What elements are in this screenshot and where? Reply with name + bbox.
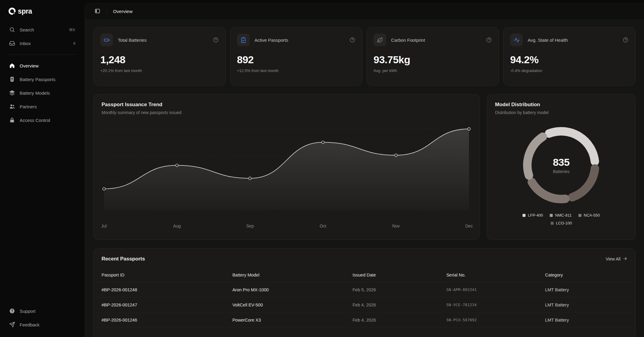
sidebar-item-label: Partners xyxy=(20,104,37,109)
column-header-passport-id: Passport ID xyxy=(102,273,232,277)
brand-name: spra xyxy=(18,7,32,15)
sidebar-divider xyxy=(7,54,78,55)
table-row[interactable]: #BP-2026-001246PowerCore X3Feb 4, 2026SN… xyxy=(94,312,635,328)
donut-segment-lco-100[interactable] xyxy=(572,168,595,197)
svg-text:Oct: Oct xyxy=(320,224,326,228)
cell-issued-date: Feb 5, 2026 xyxy=(353,287,446,292)
stat-title: Total Batteries xyxy=(118,38,147,43)
ospra-logo-icon xyxy=(8,7,17,16)
users-icon xyxy=(9,103,15,110)
sidebar-search-label: Search xyxy=(20,27,34,32)
cell-passport-id: #BP-2026-001248 xyxy=(102,287,232,292)
battery-icon xyxy=(104,37,110,43)
content-area: Total Batteries1,248+20.1% from last mon… xyxy=(85,20,644,337)
table-row[interactable]: #BP-2026-001247VoltCell EV-500Feb 4, 202… xyxy=(94,297,635,312)
help-button[interactable] xyxy=(213,37,219,43)
home-icon xyxy=(9,63,15,69)
legend-label: NCA-550 xyxy=(584,213,600,218)
legend-swatch xyxy=(550,214,553,217)
stat-subtext: Avg. per kWh xyxy=(374,68,492,73)
sidebar-item-battery-passports[interactable]: Battery Passports xyxy=(6,73,79,85)
sidebar-nav: OverviewBattery PassportsBattery ModelsP… xyxy=(6,60,79,128)
charts-row: Passport Issuance Trend Monthly summary … xyxy=(93,94,636,240)
legend-item-nmc-811[interactable]: NMC-811 xyxy=(550,213,572,218)
sidebar-item-overview[interactable]: Overview xyxy=(6,60,79,72)
passport-issuance-trend-chart[interactable]: JulAugSepOctNovDec xyxy=(102,124,471,231)
stat-icon-box xyxy=(510,34,523,46)
legend-label: LFP-400 xyxy=(528,213,543,218)
model-distribution-chart[interactable]: 835 Batteries xyxy=(516,120,607,211)
cell-battery-model: PowerCore X3 xyxy=(232,318,353,322)
sidebar-toggle-button[interactable] xyxy=(93,7,102,16)
legend-swatch xyxy=(523,214,526,217)
topbar: Overview xyxy=(85,3,644,20)
cell-category: LMT Battery xyxy=(545,318,627,322)
inbox-badge: 6 xyxy=(73,41,76,46)
help-button[interactable] xyxy=(486,37,492,43)
column-header-serial-no-: Serial No. xyxy=(446,273,545,277)
table-row[interactable]: #BP-2026-001248Aron Pro MX-1000Feb 5, 20… xyxy=(94,282,635,297)
svg-text:Aug: Aug xyxy=(173,224,181,228)
column-header-issued-date: Issued Date xyxy=(353,273,446,277)
svg-text:Dec: Dec xyxy=(465,224,473,228)
table-header-row: Passport IDBattery ModelIssued DateSeria… xyxy=(94,268,635,282)
sidebar-item-label: Battery Models xyxy=(20,90,50,96)
donut-segment-lfp-400[interactable] xyxy=(549,131,595,162)
help-button[interactable] xyxy=(349,37,355,43)
sidebar-item-label: Feedback xyxy=(20,322,40,327)
stat-subtext: +20.1% from last month xyxy=(100,68,219,73)
sidebar-item-inbox[interactable]: Inbox 6 xyxy=(6,37,79,49)
cell-passport-id: #BP-2026-001247 xyxy=(102,303,232,307)
view-all-label: View All xyxy=(606,257,620,261)
sidebar-item-support[interactable]: Support xyxy=(6,305,79,317)
search-icon xyxy=(9,27,15,33)
sidebar-item-access-control[interactable]: Access Control xyxy=(6,114,79,126)
legend-item-lfp-400[interactable]: LFP-400 xyxy=(523,213,543,218)
stat-title: Carbon Footprint xyxy=(391,38,425,43)
svg-text:Nov: Nov xyxy=(392,224,400,228)
legend-label: LCO-100 xyxy=(556,221,572,225)
sidebar-item-feedback[interactable]: Feedback xyxy=(6,319,79,331)
search-shortcut: ⌘K xyxy=(69,28,76,32)
distribution-card: Model Distribution Distribution by batte… xyxy=(487,94,636,240)
stat-value: 892 xyxy=(237,54,355,66)
view-all-link[interactable]: View All xyxy=(606,256,627,262)
donut-ring xyxy=(516,120,607,211)
sidebar-footer: SupportFeedback xyxy=(6,305,79,332)
donut-segment-nmc-811[interactable] xyxy=(527,137,543,175)
legend-swatch xyxy=(578,214,581,217)
passport-icon xyxy=(9,76,15,82)
arrow-right-icon xyxy=(623,256,627,262)
legend-item-nca-550[interactable]: NCA-550 xyxy=(578,213,600,218)
donut-segment-nca-550[interactable] xyxy=(532,182,565,199)
sidebar-item-partners[interactable]: Partners xyxy=(6,100,79,113)
stat-icon-box xyxy=(237,34,250,46)
cell-serial-no: SN-VCE-781234 xyxy=(446,303,545,307)
stat-card-header: Total Batteries xyxy=(100,34,219,46)
sidebar-inbox-label: Inbox xyxy=(20,41,31,46)
table-top: Recent Passports View All xyxy=(94,256,635,262)
stat-card-total-batteries: Total Batteries1,248+20.1% from last mon… xyxy=(93,27,226,86)
cell-issued-date: Feb 4, 2026 xyxy=(353,318,446,322)
sidebar-item-label: Access Control xyxy=(20,118,50,123)
page-title: Overview xyxy=(113,9,133,14)
trend-subtitle: Monthly summary of new passports issued xyxy=(102,110,471,115)
lock-icon xyxy=(9,117,15,123)
sidebar-item-battery-models[interactable]: Battery Models xyxy=(6,87,79,99)
cell-battery-model: VoltCell EV-500 xyxy=(232,303,353,307)
stat-value: 1,248 xyxy=(100,54,219,66)
legend-item-lco-100[interactable]: LCO-100 xyxy=(551,221,572,225)
legend-swatch xyxy=(551,222,554,225)
stat-card-header: Carbon Footprint xyxy=(374,34,492,46)
sidebar-item-search[interactable]: Search ⌘K xyxy=(6,24,79,36)
stats-grid: Total Batteries1,248+20.1% from last mon… xyxy=(93,27,636,86)
stat-icon-box xyxy=(374,34,386,46)
stat-card-header: Avg. State of Health xyxy=(510,34,629,46)
help-button[interactable] xyxy=(623,37,629,43)
cell-category: LMT Battery xyxy=(545,303,627,307)
brand-logo[interactable]: spra xyxy=(6,7,79,16)
donut-legend: LFP-400NMC-811NCA-550LCO-100 xyxy=(511,213,611,225)
stat-value: 93.75kg xyxy=(374,54,492,66)
cell-battery-model: Aron Pro MX-1000 xyxy=(232,287,353,292)
legend-label: NMC-811 xyxy=(555,213,572,218)
